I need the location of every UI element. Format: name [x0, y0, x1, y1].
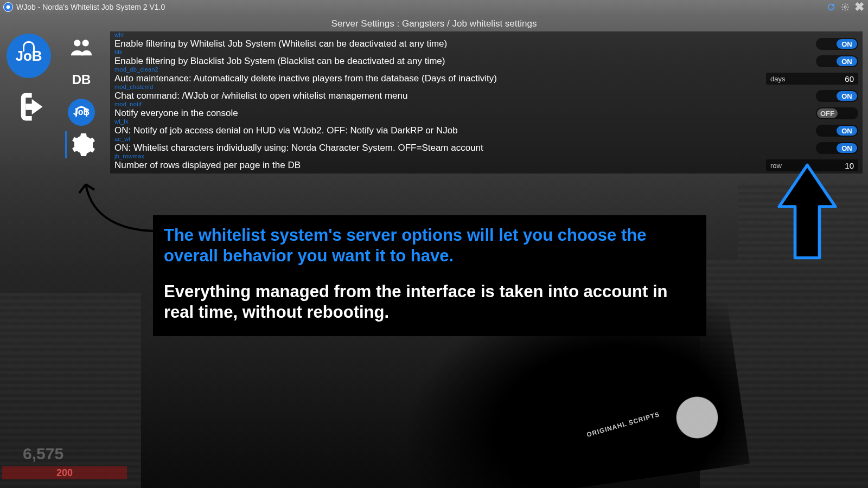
- toggle-wl_fx[interactable]: ON: [816, 125, 858, 137]
- breadcrumb: Server Settings : Gangsters / Job whitel…: [0, 16, 868, 31]
- setting-desc: Chat command: /WJob or /whitelist to ope…: [114, 91, 816, 101]
- nav-job[interactable]: JoB: [65, 99, 98, 126]
- refresh-icon[interactable]: [826, 2, 837, 12]
- nav-settings[interactable]: [65, 131, 98, 158]
- nav-db-label: DB: [72, 72, 91, 87]
- setting-key: mod_notif: [114, 101, 142, 107]
- setting-desc: Auto maintenance: Automatically delete i…: [114, 73, 766, 84]
- toggle-state-label: ON: [837, 143, 857, 153]
- annotation-box: The whitelist system's server options wi…: [153, 215, 706, 336]
- nav-users[interactable]: [65, 34, 98, 61]
- toggle-state-label: ON: [837, 126, 857, 136]
- close-icon[interactable]: ✖: [854, 2, 865, 12]
- toggle-mod_chatcmd[interactable]: ON: [816, 90, 858, 102]
- toggle-state-label: OFF: [817, 108, 838, 118]
- hud-money: 6,575: [23, 445, 63, 463]
- bg-building: [0, 293, 141, 488]
- title-bar: WJob - Norda's Whitelist Job System 2 V1…: [0, 0, 868, 14]
- sidebar-secondary: DB JoB: [62, 34, 100, 158]
- setting-row-ac_wl: ac_wlON: Whitelist characters individual…: [114, 137, 858, 154]
- setting-control: days60: [766, 73, 858, 85]
- toggle-mod_notif[interactable]: OFF: [816, 107, 858, 119]
- setting-desc: Number of rows displayed per page in the…: [114, 160, 766, 171]
- setting-control: ON: [816, 55, 858, 67]
- setting-control: ON: [816, 90, 858, 102]
- toggle-state-label: ON: [837, 39, 857, 49]
- annotation-arrow-up-icon: [775, 163, 840, 260]
- setting-control: ON: [816, 125, 858, 137]
- setting-key: blk: [114, 49, 123, 55]
- setting-desc: Enable filtering by Whitelist Job System…: [114, 38, 816, 49]
- setting-row-mod_chatcmd: mod_chatcmdChat command: /WJob or /white…: [114, 85, 858, 102]
- svg-point-0: [7, 5, 10, 9]
- setting-row-jb_rowmax: jb_rowmaxNumber of rows displayed per pa…: [114, 154, 858, 171]
- setting-row-wl_fx: wl_fxON: Notify of job access denial on …: [114, 119, 858, 137]
- nav-db[interactable]: DB: [65, 66, 98, 93]
- number-value: 60: [845, 74, 854, 84]
- annotation-line2: Everything managed from the interface is…: [164, 281, 695, 324]
- svg-point-3: [82, 40, 89, 46]
- setting-row-mod_notif: mod_notifNotify everyone in the consoleO…: [114, 102, 858, 119]
- setting-key: mod_db_clean2: [114, 66, 158, 73]
- annotation-line1: The whitelist system's server options wi…: [164, 225, 695, 266]
- job-badge-small-label: JoB: [73, 107, 90, 117]
- toggle-state-label: ON: [837, 56, 857, 66]
- setting-desc: Enable filtering by Blacklist Job System…: [114, 56, 816, 67]
- job-badge-label: JoB: [15, 48, 42, 65]
- exit-button[interactable]: [8, 86, 50, 128]
- hud-health-value: 200: [56, 467, 73, 479]
- sidebar-primary: JoB: [4, 34, 53, 128]
- setting-row-whl: whlEnable filtering by Whitelist Job Sys…: [114, 33, 858, 50]
- setting-desc: ON: Notify of job access denial on HUD v…: [114, 125, 816, 136]
- settings-panel: whlEnable filtering by Whitelist Job Sys…: [110, 31, 863, 174]
- hud-health-bar: 200: [2, 466, 127, 479]
- setting-key: ac_wl: [114, 136, 130, 142]
- settings-icon[interactable]: [840, 2, 851, 12]
- app-icon: [3, 2, 13, 12]
- job-badge-icon[interactable]: JoB: [7, 34, 51, 78]
- setting-control: OFF: [816, 107, 858, 119]
- svg-point-1: [844, 6, 846, 8]
- toggle-ac_wl[interactable]: ON: [816, 142, 858, 154]
- number-unit: days: [770, 75, 785, 83]
- number-field-mod_db_clean2[interactable]: days60: [766, 73, 858, 85]
- svg-point-2: [74, 40, 80, 46]
- annotation-pointer-arrow-icon: [76, 177, 163, 236]
- setting-row-blk: blkEnable filtering by Blacklist Job Sys…: [114, 50, 858, 67]
- setting-desc: ON: Whitelist characters individually us…: [114, 143, 816, 153]
- setting-key: mod_chatcmd: [114, 84, 153, 90]
- window-title: WJob - Norda's Whitelist Job System 2 V1…: [16, 3, 165, 11]
- setting-desc: Notify everyone in the console: [114, 108, 816, 119]
- job-badge-small-icon: JoB: [68, 99, 95, 126]
- setting-key: whl: [114, 31, 124, 38]
- number-value: 10: [845, 161, 854, 170]
- setting-key: wl_fx: [114, 118, 129, 125]
- toggle-blk[interactable]: ON: [816, 55, 858, 67]
- brand-logo-icon: [673, 396, 727, 450]
- toggle-state-label: ON: [837, 91, 857, 101]
- setting-key: jb_rowmax: [114, 153, 144, 159]
- setting-control: ON: [816, 38, 858, 50]
- toggle-whl[interactable]: ON: [816, 38, 858, 50]
- setting-row-mod_db_clean2: mod_db_clean2Auto maintenance: Automatic…: [114, 67, 858, 85]
- setting-control: ON: [816, 142, 858, 154]
